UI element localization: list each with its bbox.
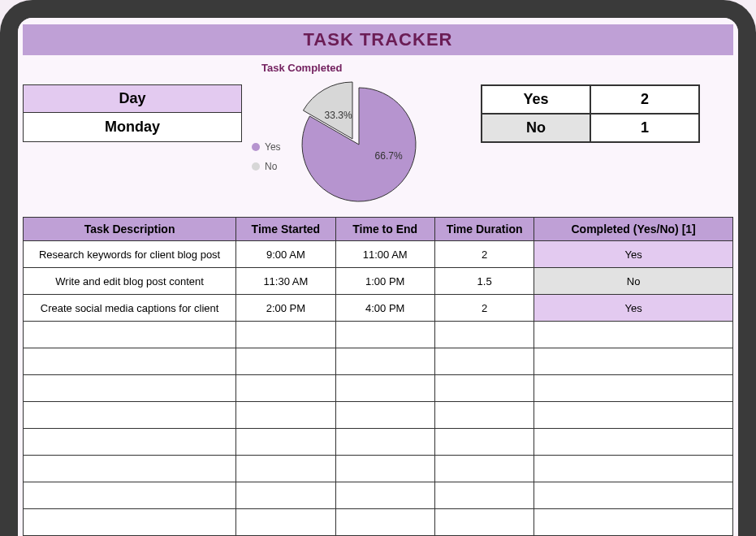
cell-empty[interactable] — [434, 509, 534, 536]
cell-empty[interactable] — [534, 402, 733, 429]
cell-empty[interactable] — [24, 348, 236, 375]
table-row-empty[interactable] — [24, 456, 733, 482]
pie-chart: 33.3% 66.7% — [286, 76, 424, 205]
table-header-row: Task Description Time Started Time to En… — [24, 218, 733, 241]
cell-empty[interactable] — [24, 322, 236, 348]
day-header: Day — [24, 85, 241, 113]
cell-end[interactable]: 1:00 PM — [335, 268, 434, 295]
cell-empty[interactable] — [236, 509, 335, 536]
cell-empty[interactable] — [335, 375, 434, 402]
count-table: Yes 2 No 1 — [481, 84, 700, 143]
summary-section: Day Monday Task Completed Yes No — [18, 55, 738, 217]
cell-empty[interactable] — [434, 482, 534, 509]
cell-empty[interactable] — [434, 429, 534, 456]
table-row-empty[interactable] — [24, 322, 733, 348]
task-table: Task Description Time Started Time to En… — [23, 217, 733, 536]
cell-empty[interactable] — [434, 402, 534, 429]
day-value[interactable]: Monday — [24, 113, 241, 141]
cell-desc[interactable]: Write and edit blog post content — [24, 268, 236, 295]
cell-empty[interactable] — [335, 456, 434, 482]
day-table: Day Monday — [23, 84, 242, 142]
cell-dur[interactable]: 1.5 — [434, 268, 534, 295]
count-yes-value: 2 — [590, 85, 699, 114]
cell-empty[interactable] — [335, 429, 434, 456]
pie-label-yes: 66.7% — [375, 150, 403, 162]
table-row-empty[interactable] — [24, 375, 733, 402]
table-row[interactable]: Research keywords for client blog post9:… — [24, 241, 733, 268]
table-row-empty[interactable] — [24, 348, 733, 375]
cell-desc[interactable]: Research keywords for client blog post — [24, 241, 236, 268]
cell-empty[interactable] — [24, 429, 236, 456]
legend-dot-icon — [252, 143, 260, 151]
cell-empty[interactable] — [236, 348, 335, 375]
legend-no-label: No — [265, 161, 277, 172]
cell-empty[interactable] — [236, 482, 335, 509]
count-yes-label: Yes — [482, 85, 590, 114]
cell-empty[interactable] — [236, 402, 335, 429]
cell-empty[interactable] — [534, 509, 733, 536]
count-no-label: No — [482, 114, 590, 142]
chart-legend: Yes No — [252, 141, 281, 172]
count-no-value: 1 — [590, 114, 699, 142]
cell-empty[interactable] — [236, 429, 335, 456]
cell-empty[interactable] — [534, 375, 733, 402]
tablet-frame: TASK TRACKER Day Monday Task Completed Y… — [0, 0, 756, 536]
pie-chart-block: Task Completed Yes No — [252, 62, 471, 205]
col-header-description: Task Description — [24, 218, 236, 241]
cell-empty[interactable] — [24, 482, 236, 509]
pie-chart-svg — [286, 76, 424, 205]
cell-end[interactable]: 4:00 PM — [335, 295, 434, 322]
cell-empty[interactable] — [534, 322, 733, 348]
cell-empty[interactable] — [434, 456, 534, 482]
cell-empty[interactable] — [534, 456, 733, 482]
col-header-completed: Completed (Yes/No) [1] — [534, 218, 733, 241]
cell-empty[interactable] — [236, 375, 335, 402]
table-row-empty[interactable] — [24, 402, 733, 429]
chart-title: Task Completed — [261, 62, 471, 74]
page-title: TASK TRACKER — [23, 24, 733, 55]
table-row[interactable]: Write and edit blog post content11:30 AM… — [24, 268, 733, 295]
cell-empty[interactable] — [335, 402, 434, 429]
cell-start[interactable]: 2:00 PM — [236, 295, 335, 322]
legend-item-no: No — [252, 161, 281, 172]
cell-empty[interactable] — [24, 375, 236, 402]
table-row-empty[interactable] — [24, 509, 733, 536]
cell-desc[interactable]: Create social media captions for client — [24, 295, 236, 322]
cell-empty[interactable] — [335, 482, 434, 509]
cell-start[interactable]: 11:30 AM — [236, 268, 335, 295]
cell-start[interactable]: 9:00 AM — [236, 241, 335, 268]
cell-empty[interactable] — [236, 322, 335, 348]
cell-empty[interactable] — [24, 509, 236, 536]
cell-empty[interactable] — [434, 375, 534, 402]
cell-empty[interactable] — [534, 429, 733, 456]
cell-empty[interactable] — [335, 322, 434, 348]
cell-dur[interactable]: 2 — [434, 295, 534, 322]
col-header-time-started: Time Started — [236, 218, 335, 241]
cell-empty[interactable] — [534, 348, 733, 375]
cell-empty[interactable] — [335, 348, 434, 375]
table-row[interactable]: Create social media captions for client2… — [24, 295, 733, 322]
cell-empty[interactable] — [24, 456, 236, 482]
cell-empty[interactable] — [24, 402, 236, 429]
col-header-time-end: Time to End — [335, 218, 434, 241]
legend-item-yes: Yes — [252, 141, 281, 153]
cell-empty[interactable] — [434, 322, 534, 348]
legend-yes-label: Yes — [265, 141, 281, 153]
cell-comp[interactable]: Yes — [534, 295, 733, 322]
legend-dot-icon — [252, 162, 260, 171]
table-row-empty[interactable] — [24, 429, 733, 456]
cell-dur[interactable]: 2 — [434, 241, 534, 268]
cell-empty[interactable] — [335, 509, 434, 536]
cell-empty[interactable] — [534, 482, 733, 509]
cell-comp[interactable]: No — [534, 268, 733, 295]
cell-comp[interactable]: Yes — [534, 241, 733, 268]
spreadsheet: TASK TRACKER Day Monday Task Completed Y… — [18, 18, 738, 536]
pie-label-no: 33.3% — [325, 110, 352, 121]
col-header-duration: Time Duration — [434, 218, 534, 241]
cell-end[interactable]: 11:00 AM — [335, 241, 434, 268]
cell-empty[interactable] — [236, 456, 335, 482]
table-row-empty[interactable] — [24, 482, 733, 509]
cell-empty[interactable] — [434, 348, 534, 375]
